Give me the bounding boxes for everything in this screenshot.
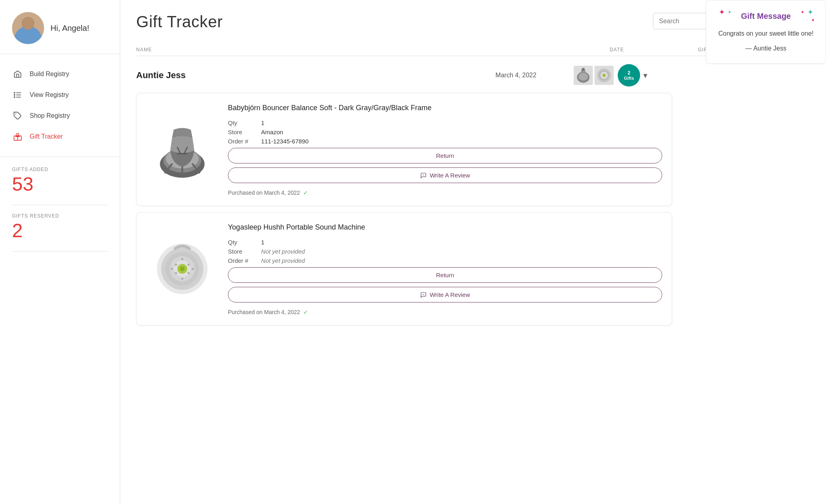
qty-label-2: Qty — [228, 239, 248, 246]
purchase-date-2: Purchased on March 4, 2022 ✓ — [228, 309, 662, 315]
sidebar-item-label-view: View Registry — [30, 91, 69, 99]
thumb-2 — [594, 66, 614, 85]
order-label-2: Order # — [228, 257, 248, 264]
sidebar-item-label-tracker: Gift Tracker — [30, 133, 63, 140]
tag-icon — [12, 110, 23, 121]
gifts-reserved-value: 2 — [12, 220, 108, 242]
sidebar-item-view-registry[interactable]: View Registry — [0, 85, 120, 105]
chat-icon-2 — [420, 292, 427, 298]
write-review-label-2: Write A Review — [430, 291, 470, 298]
gift-message-card: ✦ ✦ ✦ ✦ Gift Message ✦ Congrats on your … — [706, 0, 826, 64]
svg-point-43 — [181, 278, 183, 280]
product-image-2 — [150, 237, 214, 301]
badge-count: 2 — [627, 70, 630, 76]
write-review-label-1: Write A Review — [430, 172, 470, 179]
gifts-added-label: GIFTS ADDED — [12, 167, 108, 172]
giver-row: Auntie Jess March 4, 2022 — [136, 64, 672, 87]
order-value-2: Not yet provided — [261, 257, 305, 264]
return-button-1[interactable]: Return — [228, 148, 662, 163]
gift-actions-1: Return Write A Review — [228, 148, 662, 183]
gifts-badge-container: 2 Gifts — [560, 64, 640, 87]
sidebar-nav: Build Registry View Registry — [0, 54, 120, 157]
avatar — [12, 12, 44, 44]
sparkle-br: ✦ — [811, 18, 814, 22]
giver-section-auntie-jess: Auntie Jess March 4, 2022 — [136, 64, 672, 325]
svg-point-35 — [180, 266, 185, 271]
sidebar: Hi, Angela! Build Registry — [0, 0, 120, 504]
svg-point-4 — [14, 95, 15, 95]
svg-point-14 — [582, 68, 585, 71]
store-value-2: Not yet provided — [261, 248, 305, 255]
svg-point-37 — [175, 264, 177, 266]
write-review-button-1[interactable]: Write A Review — [228, 167, 662, 183]
greeting-text: Hi, Angela! — [50, 24, 89, 33]
write-review-button-2[interactable]: Write A Review — [228, 287, 662, 302]
sparkle-tl: ✦ — [719, 8, 724, 16]
return-button-2[interactable]: Return — [228, 267, 662, 283]
store-label: Store — [228, 129, 248, 135]
gift-name-1: Babybjörn Bouncer Balance Soft - Dark Gr… — [228, 103, 662, 113]
gift-details-2: Yogasleep Hushh Portable Sound Machine Q… — [228, 222, 662, 315]
giver-date: March 4, 2022 — [472, 72, 560, 79]
gift-image-area-1 — [146, 103, 218, 196]
sound-machine-icon — [154, 241, 210, 297]
svg-point-5 — [14, 97, 15, 97]
page-title: Gift Tracker — [136, 13, 223, 31]
meta-labels-1: Qty Store Order # — [228, 119, 248, 145]
purchase-date-1: Purchased on March 4, 2022 ✓ — [228, 190, 662, 196]
svg-point-12 — [578, 73, 588, 81]
thumb-1 — [574, 66, 593, 85]
col-header-date: DATE — [610, 47, 698, 52]
gift-image-area-2 — [146, 222, 218, 315]
gift-icon — [12, 131, 23, 142]
check-icon-2: ✓ — [303, 309, 308, 315]
gift-message-text: Congrats on your sweet little one! — [716, 29, 816, 38]
chevron-cell: ▾ — [640, 69, 672, 82]
sparkle-tr: ✦ — [808, 8, 813, 16]
gifts-count-badge: 2 Gifts — [618, 64, 640, 87]
svg-point-36 — [171, 268, 173, 270]
avatar-image — [12, 12, 44, 44]
svg-point-41 — [187, 272, 189, 274]
sparkle-tr2: ✦ — [801, 10, 804, 14]
qty-value-2: 1 — [261, 239, 305, 246]
meta-values-2: 1 Not yet provided Not yet provided — [261, 239, 305, 264]
chat-icon — [420, 172, 427, 179]
sidebar-item-shop-registry[interactable]: Shop Registry — [0, 105, 120, 126]
svg-point-38 — [175, 272, 177, 274]
gift-meta-1: Qty Store Order # 1 Amazon 111-12345-678… — [228, 119, 662, 145]
content-area: Auntie Jess March 4, 2022 — [136, 64, 810, 337]
gift-message-title: Gift Message — [741, 12, 791, 20]
home-icon — [12, 69, 23, 80]
gift-details-1: Babybjörn Bouncer Balance Soft - Dark Gr… — [228, 103, 662, 196]
giver-list: Auntie Jess March 4, 2022 — [136, 64, 672, 337]
svg-point-42 — [181, 258, 183, 260]
profile-section: Hi, Angela! — [0, 12, 120, 54]
col-header-name: NAME — [136, 47, 610, 52]
sidebar-item-gift-tracker[interactable]: Gift Tracker — [0, 126, 120, 147]
sound-machine-thumb-icon — [596, 67, 612, 83]
svg-point-40 — [187, 264, 189, 266]
badge-label: Gifts — [624, 76, 634, 81]
svg-point-18 — [602, 74, 606, 77]
gift-actions-2: Return Write A Review — [228, 267, 662, 302]
sparkle-tl2: ✦ — [728, 10, 731, 14]
sidebar-item-build-registry[interactable]: Build Registry — [0, 64, 120, 85]
store-label-2: Store — [228, 248, 248, 255]
svg-point-39 — [192, 268, 194, 270]
qty-value-1: 1 — [261, 119, 308, 126]
check-icon-1: ✓ — [303, 190, 308, 196]
giver-name: Auntie Jess — [136, 70, 472, 81]
bouncer-icon — [154, 119, 210, 179]
gift-thumbnails — [574, 66, 614, 85]
chevron-expand-button[interactable]: ▾ — [640, 69, 651, 82]
svg-point-3 — [14, 92, 15, 93]
gift-message-signature: — Auntie Jess — [716, 45, 816, 52]
order-label: Order # — [228, 138, 248, 145]
sidebar-item-label-build: Build Registry — [30, 71, 69, 78]
stats-divider — [12, 205, 108, 205]
meta-labels-2: Qty Store Order # — [228, 239, 248, 264]
gifts-added-value: 53 — [12, 174, 108, 195]
sidebar-item-label-shop: Shop Registry — [30, 112, 70, 119]
gift-message-header: ✦ ✦ ✦ ✦ Gift Message ✦ — [716, 12, 816, 21]
